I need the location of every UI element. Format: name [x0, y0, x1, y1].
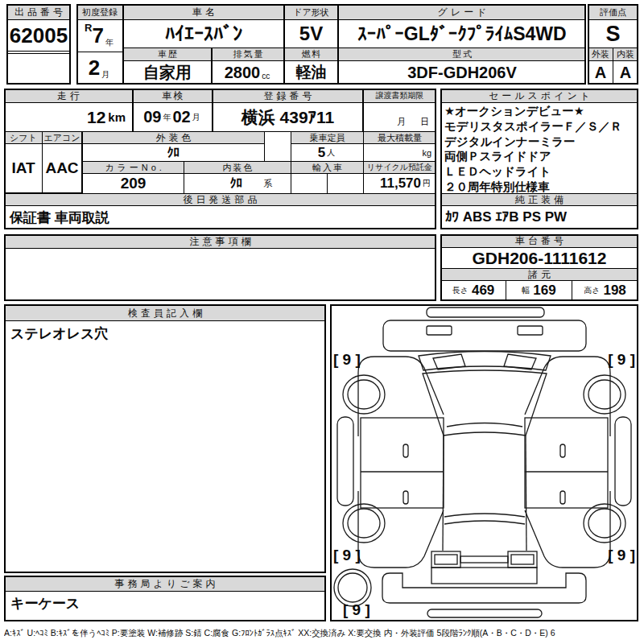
- notes-header: 注意事項欄: [4, 234, 436, 249]
- car-history-header: 車歴: [123, 47, 212, 61]
- import-header: 輸入車: [291, 161, 364, 174]
- registration-no-value: 横浜 439ｱ11: [213, 102, 363, 132]
- exterior-score-value: A: [588, 60, 613, 85]
- auction-sheet: 出品番号 62005 初度登録 R 7 年 2 月 車名 ﾊｲｴｰｽﾊﾞﾝ 車歴…: [0, 0, 644, 644]
- recycle-deposit-value: 11,570 円: [363, 173, 436, 194]
- model-code-value: 3DF-GDH206V: [338, 60, 586, 85]
- import-cell-1: [291, 173, 328, 194]
- recycle-amount: 11,570: [380, 175, 421, 192]
- grade-value: ｽｰﾊﾟｰGLﾀﾞｰｸﾌﾟﾗｲﾑS4WD: [338, 19, 586, 48]
- displacement-header: 排気量: [212, 47, 284, 61]
- chassis-no-header: 車台番号: [440, 234, 638, 248]
- interior-color-value: ｸﾛ 系: [184, 173, 291, 194]
- capacity-value: 5 人: [291, 143, 364, 162]
- auction-no-header: 出品番号: [6, 4, 71, 20]
- exterior-color-sample-cell: [264, 131, 291, 162]
- inspector-header: 検査員記入欄: [6, 306, 324, 321]
- exterior-color-header: 外装色: [82, 131, 265, 144]
- mileage-number: 12: [87, 108, 105, 127]
- door-shape-value: 5V: [284, 19, 338, 48]
- transfer-deadline-value: 月 日: [363, 102, 436, 132]
- mileage-value: 12 km: [4, 102, 133, 132]
- inspection-header: 車検: [133, 89, 213, 103]
- vehicle-top-view-diagram: [332, 306, 637, 620]
- era-code: R: [85, 22, 92, 34]
- specs-header: 諸元: [440, 268, 638, 281]
- sales-point-line: ２０周年特別仕様車: [444, 180, 638, 195]
- import-cell-2: [327, 173, 364, 194]
- office-value: キーケース: [6, 592, 324, 615]
- inspection-value: 09 年 02 月: [133, 102, 213, 132]
- fuel-header: 燃料: [284, 47, 338, 61]
- aircon-header: エアコン: [42, 131, 82, 144]
- door-shape-header: ドア形状: [284, 4, 338, 20]
- displacement-value: 2800 cc: [212, 60, 284, 85]
- grade-header: グレード: [338, 4, 586, 20]
- shift-header: シフト: [4, 131, 43, 144]
- exterior-color-value: ｸﾛ: [82, 143, 265, 162]
- first-registration-month: 2 月: [76, 52, 123, 85]
- office-box: 事務局よりご案内 キーケース: [4, 576, 326, 621]
- first-reg-year: 7: [92, 23, 103, 48]
- shift-value: IAT: [4, 143, 43, 193]
- mileage-unit: km: [108, 110, 126, 124]
- exterior-score-header: 外装: [588, 47, 613, 61]
- chassis-no-value: GDH206-1111612: [440, 247, 638, 269]
- panel-grade-mark: [ 9 ]: [608, 547, 635, 564]
- spec-height-value: 198: [603, 283, 625, 299]
- registration-no-header: 登録番号: [213, 89, 363, 103]
- color-no-value: 209: [82, 173, 184, 194]
- notes-value: [4, 248, 436, 301]
- office-header: 事務局よりご案内: [6, 577, 324, 592]
- interior-score-value: A: [613, 60, 638, 85]
- model-code-header: 型式: [338, 47, 586, 61]
- inspector-box: 検査員記入欄 ステレオレス穴: [4, 304, 326, 573]
- spec-height: 高さ 198: [572, 280, 638, 301]
- transfer-month-label: 月: [397, 116, 406, 128]
- fuel-value: 軽油: [284, 60, 338, 85]
- car-name-header: 車名: [123, 4, 284, 20]
- capacity-number: 5: [318, 145, 325, 161]
- later-parts-value: 保証書 車両取説: [4, 205, 436, 229]
- color-no-header: カラーNo.: [82, 161, 184, 174]
- spec-width-value: 169: [533, 283, 555, 299]
- sales-point-line: モデリスタスポイラーＦ／Ｓ／Ｒ: [444, 119, 638, 134]
- sales-point-line: ＬＥＤヘッドライト: [444, 164, 638, 180]
- sales-points-header: セールスポイント: [440, 89, 638, 103]
- first-reg-month: 2: [89, 56, 100, 80]
- panel-grade-mark: [ 9 ]: [608, 351, 635, 369]
- oem-equipment-header: 純正装備: [440, 193, 638, 206]
- transfer-day-label: 日: [420, 116, 429, 128]
- inspection-year: 09: [143, 108, 161, 126]
- capacity-unit: 人: [327, 147, 335, 159]
- recycle-unit: 円: [423, 178, 431, 189]
- month-unit: 月: [101, 69, 109, 80]
- mileage-header: 走行: [4, 89, 133, 103]
- year-unit: 年: [105, 37, 114, 48]
- oem-equipment-value: ｶﾜ ABS ｴｱB PS PW: [440, 205, 638, 229]
- sales-point-line: デジタルインナーミラー: [444, 134, 638, 150]
- max-load-unit: kg: [422, 148, 431, 158]
- inspection-year-unit: 年: [163, 112, 171, 123]
- spec-length-value: 469: [472, 283, 494, 299]
- inspector-value: ステレオレス穴: [6, 321, 324, 346]
- auction-no-value: 62005: [6, 19, 71, 52]
- interior-color-header: 内装色: [184, 161, 291, 174]
- first-registration-header: 初度登録: [76, 4, 123, 20]
- recycle-deposit-header: リサイクル預託金: [363, 161, 436, 174]
- auction-no-empty-cell: [6, 53, 71, 85]
- panel-grade-mark: [ 9 ]: [333, 547, 361, 564]
- capacity-header: 乗車定員: [291, 131, 364, 144]
- panel-grade-mark: [ 9 ]: [333, 351, 361, 369]
- sales-point-line: 両側Ｐスライドドア: [444, 149, 638, 164]
- score-header: 評価点: [588, 4, 638, 20]
- damage-code-legend: A:ｷｽﾞ U:ﾍｺﾐ B:ｷｽﾞを伴うﾍｺﾐ P:要塗装 W:補修跡 S:錆 …: [4, 628, 640, 642]
- interior-color-name: ｸﾛ: [230, 176, 243, 191]
- transfer-deadline-header: 譲渡書類期限: [363, 89, 436, 103]
- vehicle-diagram-box: [ 9 ] [ 9 ] [ 9 ] [ 9 ] [ 9 ]: [330, 304, 638, 621]
- max-load-header: 最大積載量: [363, 131, 436, 144]
- panel-grade-mark: [ 9 ]: [343, 601, 370, 619]
- max-load-value: kg: [363, 143, 436, 162]
- displacement-number: 2800: [225, 64, 261, 82]
- interior-score-header: 内装: [613, 47, 638, 61]
